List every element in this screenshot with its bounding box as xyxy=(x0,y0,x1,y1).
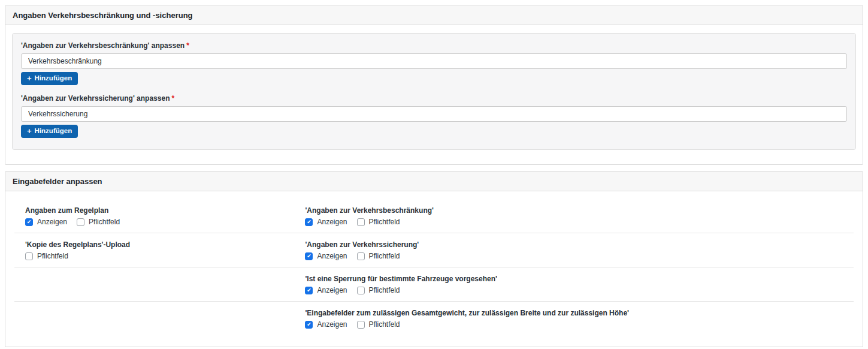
checkbox-anzeigen-checked[interactable] xyxy=(25,218,33,226)
checkbox-label: Pflichtfeld xyxy=(369,252,400,260)
verkehrsbeschraenkung-input[interactable] xyxy=(21,53,847,69)
field-name-label: 'Angaben zur Verkehrsbeschränkung' xyxy=(305,206,854,215)
checkbox-group-pflichtfeld: Pflichtfeld xyxy=(357,320,400,329)
table-row: 'Ist eine Sperrung für bestimmte Fahrzeu… xyxy=(14,267,854,301)
checkbox-label: Anzeigen xyxy=(317,218,347,226)
checkbox-rows: Angaben zum RegelplanAnzeigenPflichtfeld… xyxy=(5,191,863,347)
checkbox-line: AnzeigenPflichtfeld xyxy=(305,252,854,260)
checkbox-group-pflichtfeld: Pflichtfeld xyxy=(25,252,68,260)
table-row: Angaben zum RegelplanAnzeigenPflichtfeld… xyxy=(14,199,854,233)
checkbox-label: Pflichtfeld xyxy=(89,218,120,226)
checkbox-line: Pflichtfeld xyxy=(25,252,293,260)
table-row: 'Kopie des Regelplans'-UploadPflichtfeld… xyxy=(14,233,854,267)
required-mark: * xyxy=(171,94,174,103)
checkbox-group-anzeigen: Anzeigen xyxy=(25,218,67,226)
checkbox-pflichtfeld-unchecked[interactable] xyxy=(357,252,365,260)
field-group-verkehrsbeschraenkung: 'Angaben zur Verkehrsbeschränkung' anpas… xyxy=(21,41,847,85)
checkbox-label: Anzeigen xyxy=(37,218,67,226)
section-title-verkehrsbeschraenkung: Angaben Verkehrsbeschränkung und -sicher… xyxy=(5,5,863,25)
plus-icon xyxy=(27,74,32,83)
required-mark: * xyxy=(186,41,189,50)
plus-icon xyxy=(27,127,32,136)
hinzufuegen-button[interactable]: Hinzufügen xyxy=(21,72,78,85)
field-label: 'Angaben zur Verkehrssicherung' anpassen… xyxy=(21,94,847,103)
section-eingabefelder-card: Eingabefelder anpassen Angaben zum Regel… xyxy=(5,171,863,347)
checkbox-label: Pflichtfeld xyxy=(37,252,68,260)
checkbox-line: AnzeigenPflichtfeld xyxy=(305,218,854,226)
checkbox-pflichtfeld-unchecked[interactable] xyxy=(357,321,365,329)
checkbox-group-pflichtfeld: Pflichtfeld xyxy=(357,286,400,294)
verkehrssicherung-input[interactable] xyxy=(21,106,847,122)
fields-panel: 'Angaben zur Verkehrsbeschränkung' anpas… xyxy=(12,33,856,150)
checkbox-group-anzeigen: Anzeigen xyxy=(305,252,347,260)
row-cell-right: 'Angaben zur Verkehrssicherung'AnzeigenP… xyxy=(305,240,854,260)
checkbox-pflichtfeld-unchecked[interactable] xyxy=(77,218,84,226)
field-label-text: 'Angaben zur Verkehrsbeschränkung' anpas… xyxy=(21,41,185,50)
checkbox-group-anzeigen: Anzeigen xyxy=(305,320,347,329)
button-label: Hinzufügen xyxy=(35,128,72,135)
checkbox-group-pflichtfeld: Pflichtfeld xyxy=(357,218,400,226)
row-cell-left xyxy=(25,309,305,329)
field-label-text: 'Angaben zur Verkehrssicherung' anpassen xyxy=(21,94,170,103)
row-cell-right: 'Angaben zur Verkehrsbeschränkung'Anzeig… xyxy=(305,206,854,226)
row-cell-right: 'Ist eine Sperrung für bestimmte Fahrzeu… xyxy=(305,275,854,294)
checkbox-group-anzeigen: Anzeigen xyxy=(305,286,347,294)
field-name-label: 'Angaben zur Verkehrssicherung' xyxy=(305,240,854,249)
row-cell-left xyxy=(25,275,305,294)
checkbox-label: Pflichtfeld xyxy=(369,286,400,294)
checkbox-pflichtfeld-unchecked[interactable] xyxy=(357,287,365,294)
checkbox-label: Anzeigen xyxy=(317,286,347,294)
table-row: 'Eingabefelder zum zulässigen Gesamtgewi… xyxy=(14,301,854,335)
checkbox-pflichtfeld-unchecked[interactable] xyxy=(357,218,365,226)
field-name-label: 'Kopie des Regelplans'-Upload xyxy=(25,240,293,249)
button-label: Hinzufügen xyxy=(35,75,72,82)
checkbox-group-pflichtfeld: Pflichtfeld xyxy=(357,252,400,260)
row-cell-right: 'Eingabefelder zum zulässigen Gesamtgewi… xyxy=(305,309,854,329)
section-title-eingabefelder: Eingabefelder anpassen xyxy=(5,172,863,191)
field-name-label: Angaben zum Regelplan xyxy=(25,206,293,215)
checkbox-line: AnzeigenPflichtfeld xyxy=(305,320,854,329)
checkbox-label: Pflichtfeld xyxy=(369,320,400,329)
section-body: 'Angaben zur Verkehrsbeschränkung' anpas… xyxy=(5,25,863,164)
row-cell-left: Angaben zum RegelplanAnzeigenPflichtfeld xyxy=(25,206,305,226)
hinzufuegen-button[interactable]: Hinzufügen xyxy=(21,125,78,138)
checkbox-label: Pflichtfeld xyxy=(369,218,400,226)
checkbox-pflichtfeld-unchecked[interactable] xyxy=(25,252,33,260)
checkbox-group-pflichtfeld: Pflichtfeld xyxy=(77,218,120,226)
section-verkehrsbeschraenkung-card: Angaben Verkehrsbeschränkung und -sicher… xyxy=(5,5,863,165)
checkbox-line: AnzeigenPflichtfeld xyxy=(305,286,854,294)
checkbox-group-anzeigen: Anzeigen xyxy=(305,218,347,226)
field-name-label: 'Eingabefelder zum zulässigen Gesamtgewi… xyxy=(305,309,854,317)
checkbox-anzeigen-checked[interactable] xyxy=(305,321,313,329)
checkbox-anzeigen-checked[interactable] xyxy=(305,218,313,226)
field-group-verkehrssicherung: 'Angaben zur Verkehrssicherung' anpassen… xyxy=(21,94,847,138)
checkbox-label: Anzeigen xyxy=(317,252,347,260)
checkbox-anzeigen-checked[interactable] xyxy=(305,287,313,294)
checkbox-label: Anzeigen xyxy=(317,320,347,329)
row-cell-left: 'Kopie des Regelplans'-UploadPflichtfeld xyxy=(25,240,305,260)
checkbox-line: AnzeigenPflichtfeld xyxy=(25,218,293,226)
checkbox-anzeigen-checked[interactable] xyxy=(305,252,313,260)
field-label: 'Angaben zur Verkehrsbeschränkung' anpas… xyxy=(21,41,847,50)
field-name-label: 'Ist eine Sperrung für bestimmte Fahrzeu… xyxy=(305,275,854,283)
